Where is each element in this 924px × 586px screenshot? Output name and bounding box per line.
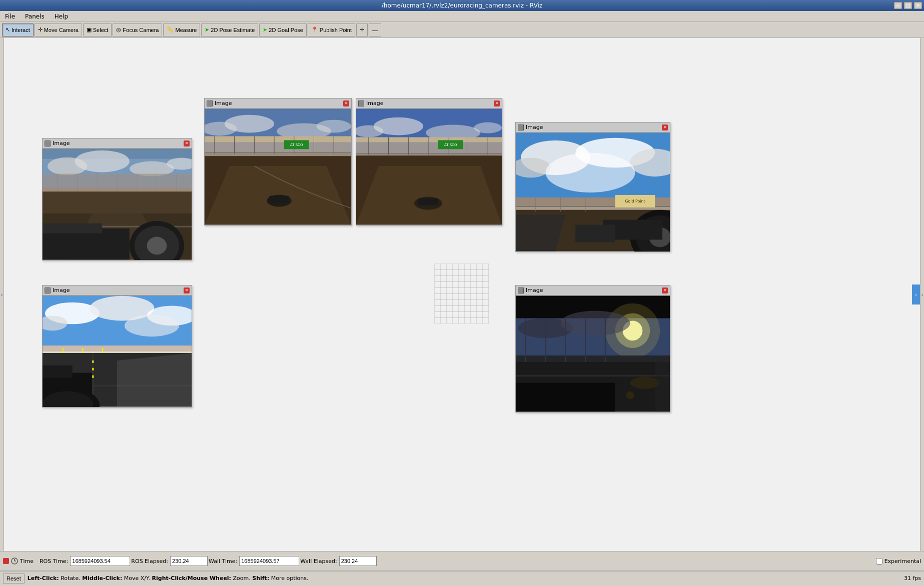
- panel-close-top-center2[interactable]: ✕: [494, 100, 500, 106]
- ruler-icon: 📏: [167, 26, 174, 33]
- svg-rect-99: [43, 352, 192, 353]
- svg-marker-113: [117, 353, 192, 406]
- experimental-section: Experimental: [876, 558, 921, 564]
- svg-rect-16: [43, 224, 102, 234]
- main-content: ‹ Image ✕: [0, 38, 924, 551]
- pose-estimate-button[interactable]: ➤ 2D Pose Estimate: [201, 24, 258, 36]
- pose-estimate-icon: ➤: [205, 26, 209, 33]
- svg-rect-102: [102, 348, 103, 353]
- window-title: /home/ucmar17/.rvlz2/euroracing_cameras.…: [382, 2, 542, 9]
- measure-button[interactable]: 📏 Measure: [163, 24, 200, 36]
- menu-bar: File Panels Help: [0, 11, 924, 22]
- svg-rect-132: [655, 362, 670, 412]
- select-button[interactable]: ▣ Select: [83, 24, 112, 36]
- svg-text:AT SCO: AT SCO: [290, 143, 303, 147]
- panel-title-top-left: Image: [53, 140, 70, 146]
- image-panel-top-center2: Image ✕: [356, 98, 502, 226]
- minus-tool-button[interactable]: —: [369, 24, 381, 36]
- panel-body-top-center2: AT SCO: [356, 108, 502, 225]
- image-panel-top-center1: Image ✕: [204, 98, 352, 226]
- focus-icon: ◎: [116, 26, 121, 33]
- view-area[interactable]: Image ✕: [4, 38, 920, 551]
- panel-title-top-center2: Image: [366, 100, 383, 106]
- publish-point-button[interactable]: 📍 Publish Point: [308, 24, 355, 36]
- wall-time-input[interactable]: [239, 556, 299, 566]
- panel-icon-top-right: [518, 124, 524, 130]
- svg-point-14: [147, 237, 167, 255]
- ros-elapsed-group: ROS Elapsed:: [131, 556, 208, 566]
- panel-image-top-left: [43, 148, 192, 260]
- wall-time-label: Wall Time:: [209, 558, 237, 564]
- window-controls: ─ □ ✕: [894, 2, 922, 9]
- panel-close-bottom-left[interactable]: ✕: [184, 288, 190, 294]
- panel-body-top-center1: AT SCO: [205, 108, 351, 225]
- interact-button[interactable]: ↖ Interact: [2, 24, 34, 36]
- panel-title-top-center1: Image: [215, 100, 232, 106]
- experimental-checkbox[interactable]: [876, 558, 882, 564]
- wall-elapsed-group: Wall Elapsed:: [300, 556, 376, 566]
- ros-elapsed-input[interactable]: [170, 556, 208, 566]
- image-panel-header-top-left: Image ✕: [43, 138, 192, 148]
- right-panel-expand[interactable]: ›: [912, 284, 920, 304]
- menu-file[interactable]: File: [2, 12, 18, 21]
- panel-close-top-right[interactable]: ✕: [662, 124, 668, 130]
- image-panel-header-bottom-right: Image ✕: [516, 286, 670, 296]
- minimize-button[interactable]: ─: [894, 2, 902, 9]
- svg-rect-61: [418, 198, 438, 206]
- time-bar-title: Time: [3, 558, 39, 564]
- svg-rect-131: [516, 376, 670, 376]
- ros-time-group: ROS Time:: [40, 556, 130, 566]
- svg-point-97: [125, 314, 179, 336]
- panel-icon-bottom-left: [45, 288, 51, 294]
- plus-icon: ✛: [360, 26, 364, 33]
- ros-time-label: ROS Time:: [40, 558, 68, 564]
- cursor-icon: ↖: [6, 26, 10, 33]
- svg-rect-106: [43, 366, 73, 378]
- menu-help[interactable]: Help: [52, 12, 71, 21]
- image-panel-header-top-center2: Image ✕: [356, 98, 502, 108]
- ros-time-input[interactable]: [70, 556, 130, 566]
- image-panel-bottom-right: Image ✕: [515, 285, 670, 412]
- image-panel-header-top-right: Image ✕: [516, 122, 670, 132]
- svg-text:Gold Point: Gold Point: [625, 199, 645, 204]
- panel-image-bottom-left: [43, 296, 192, 407]
- svg-rect-110: [92, 376, 94, 378]
- image-panel-bottom-left: Image ✕: [42, 285, 192, 408]
- wall-elapsed-input[interactable]: [339, 556, 377, 566]
- svg-point-52: [474, 122, 502, 134]
- svg-rect-108: [92, 360, 94, 363]
- menu-panels[interactable]: Panels: [22, 12, 48, 21]
- panel-body-bottom-right: [516, 296, 670, 412]
- svg-rect-39: [269, 196, 289, 204]
- minus-icon: —: [372, 27, 378, 33]
- svg-rect-109: [92, 368, 94, 370]
- close-window-button[interactable]: ✕: [914, 2, 922, 9]
- panel-title-top-right: Image: [526, 124, 543, 130]
- svg-point-30: [316, 120, 351, 133]
- reset-button[interactable]: Reset: [3, 574, 25, 584]
- panel-body-bottom-left: [43, 296, 192, 407]
- svg-rect-122: [516, 356, 670, 363]
- panel-icon-top-left: [45, 140, 51, 146]
- svg-point-28: [225, 115, 274, 133]
- right-panel-toggle[interactable]: ›: [920, 38, 924, 551]
- panel-title-bottom-left: Image: [53, 287, 70, 294]
- panel-close-bottom-right[interactable]: ✕: [662, 288, 668, 294]
- maximize-button[interactable]: □: [904, 2, 912, 9]
- focus-camera-button[interactable]: ◎ Focus Camera: [113, 24, 162, 36]
- panel-icon-top-center2: [358, 100, 364, 106]
- time-bar-close-button[interactable]: [3, 558, 9, 564]
- svg-rect-86: [575, 225, 615, 242]
- grid-visualization: [430, 264, 495, 324]
- goal-pose-button[interactable]: ➤ 2D Goal Pose: [259, 24, 306, 36]
- wall-time-group: Wall Time:: [209, 556, 299, 566]
- left-panel-toggle[interactable]: ‹: [0, 38, 4, 551]
- time-bar: Time ROS Time: ROS Elapsed: Wall Time: W…: [0, 551, 924, 571]
- panel-close-top-center1[interactable]: ✕: [343, 100, 349, 106]
- panel-close-top-left[interactable]: ✕: [184, 140, 190, 146]
- add-tool-button[interactable]: ✛: [356, 24, 368, 36]
- toolbar: ↖ Interact ✛ Move Camera ▣ Select ◎ Focu…: [0, 22, 924, 38]
- panel-image-bottom-right: [516, 296, 670, 412]
- svg-rect-56: [356, 137, 502, 142]
- move-camera-button[interactable]: ✛ Move Camera: [35, 24, 82, 36]
